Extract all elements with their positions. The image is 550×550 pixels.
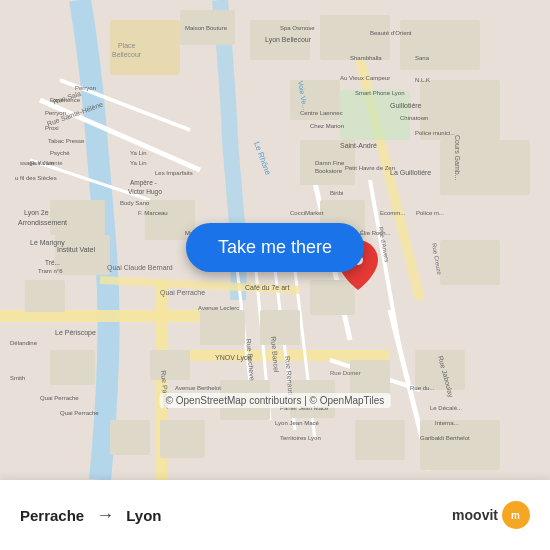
arrow-icon: → (96, 505, 114, 526)
svg-text:Perryon: Perryon (75, 85, 96, 91)
svg-text:Délandine: Délandine (10, 340, 38, 346)
svg-rect-38 (25, 280, 65, 312)
svg-text:Bookstore: Bookstore (315, 168, 343, 174)
svg-text:Avenue Berthelot: Avenue Berthelot (175, 385, 221, 391)
svg-text:Rue Domer: Rue Domer (330, 370, 361, 376)
svg-rect-39 (160, 420, 205, 458)
svg-text:Proxi: Proxi (45, 125, 59, 131)
svg-text:Spa Osmose: Spa Osmose (280, 25, 315, 31)
svg-text:Élie Roch...: Élie Roch... (360, 230, 391, 236)
svg-text:Quai Perrache: Quai Perrache (160, 289, 205, 297)
svg-text:Quai Claude Bernard: Quai Claude Bernard (107, 264, 173, 272)
svg-text:Centre Laennec: Centre Laennec (300, 110, 343, 116)
svg-text:Chinatown: Chinatown (400, 115, 428, 121)
svg-text:Quai Perrache: Quai Perrache (60, 410, 99, 416)
svg-text:Ampère -: Ampère - (130, 179, 157, 187)
destination-label: Lyon (126, 507, 161, 524)
svg-rect-46 (25, 195, 105, 220)
svg-text:Ya Lin: Ya Lin (130, 150, 147, 156)
take-me-there-button[interactable]: Take me there (186, 223, 364, 272)
svg-text:Body Sano: Body Sano (120, 200, 150, 206)
svg-rect-35 (440, 240, 500, 285)
svg-text:Lyon Jean Macé: Lyon Jean Macé (275, 420, 319, 426)
svg-text:Tram n°6: Tram n°6 (38, 268, 63, 274)
svg-text:Smart Phone Lyon: Smart Phone Lyon (355, 90, 404, 96)
svg-text:Shambhalla: Shambhalla (350, 55, 382, 61)
svg-text:Les Imparfaits: Les Imparfaits (155, 170, 193, 176)
svg-text:Institut Vatel: Institut Vatel (57, 246, 95, 253)
svg-rect-28 (200, 310, 245, 345)
svg-rect-36 (150, 350, 190, 380)
svg-text:Psyché: Psyché (50, 150, 70, 156)
svg-rect-33 (350, 360, 390, 396)
svg-text:Territoires Lyon: Territoires Lyon (280, 435, 321, 441)
svg-rect-19 (320, 15, 390, 60)
svg-text:Arrondissement: Arrondissement (18, 219, 67, 226)
svg-text:Victor Hugo: Victor Hugo (128, 188, 162, 196)
svg-text:Au Vieux Campeur: Au Vieux Campeur (340, 75, 390, 81)
svg-text:Ecomm...: Ecomm... (380, 210, 406, 216)
moovit-brand-icon: m (502, 501, 530, 529)
map-container: Rue Sainte-Hélène Rue Sala Rue Jarente C… (0, 0, 550, 480)
svg-text:Sana: Sana (415, 55, 430, 61)
svg-text:YNOV Lyon: YNOV Lyon (215, 354, 252, 362)
svg-text:Garibaldi Berthelot: Garibaldi Berthelot (420, 435, 470, 441)
svg-rect-41 (420, 420, 500, 470)
origin-label: Perrache (20, 507, 84, 524)
svg-text:Lyon Bellecour: Lyon Bellecour (265, 36, 312, 44)
svg-text:Cours Gamb...: Cours Gamb... (454, 135, 461, 181)
svg-rect-3 (170, 350, 390, 361)
svg-text:Saint-André: Saint-André (340, 142, 377, 149)
svg-rect-42 (110, 420, 150, 455)
svg-text:Maison Bouture: Maison Bouture (185, 25, 228, 31)
svg-text:Bellecour: Bellecour (112, 51, 142, 58)
svg-rect-20 (400, 20, 480, 70)
svg-text:Quai Perrache: Quai Perrache (40, 395, 79, 401)
svg-text:La Guillotiére: La Guillotiére (390, 169, 431, 176)
svg-text:Le Périscope: Le Périscope (55, 329, 96, 337)
svg-text:m: m (511, 510, 520, 521)
svg-text:Perryon: Perryon (45, 110, 66, 116)
svg-text:Tré...: Tré... (45, 259, 60, 266)
svg-text:Experience: Experience (50, 97, 81, 103)
bottom-bar: Perrache → Lyon moovit m (0, 480, 550, 550)
svg-text:Chez Marion: Chez Marion (310, 123, 344, 129)
svg-text:Smith: Smith (10, 375, 25, 381)
svg-rect-30 (310, 280, 355, 315)
svg-text:Café du 7e art: Café du 7e art (245, 284, 289, 291)
svg-text:Place: Place (118, 42, 136, 49)
moovit-logo: moovit m (452, 501, 530, 529)
svg-text:Rue du...: Rue du... (410, 385, 435, 391)
svg-text:u fil des Siècles: u fil des Siècles (15, 175, 57, 181)
svg-text:Biribi: Biribi (330, 190, 343, 196)
svg-text:F. Marceau: F. Marceau (138, 210, 168, 216)
svg-text:Petit Havre de Zen: Petit Havre de Zen (345, 165, 395, 171)
svg-rect-29 (260, 310, 300, 345)
svg-text:Police munici...: Police munici... (415, 130, 456, 136)
moovit-brand-text: moovit (452, 507, 498, 523)
map-copyright: © OpenStreetMap contributors | © OpenMap… (160, 393, 391, 408)
svg-text:Damn Fine: Damn Fine (315, 160, 345, 166)
svg-rect-37 (50, 350, 95, 385)
svg-text:Avenue Leclerc: Avenue Leclerc (198, 305, 239, 311)
svg-text:Guillotiére: Guillotiére (390, 102, 422, 109)
svg-text:Tabac Presse: Tabac Presse (48, 138, 85, 144)
svg-rect-40 (355, 420, 405, 460)
svg-text:CocciMarket: CocciMarket (290, 210, 324, 216)
svg-text:Interna...: Interna... (435, 420, 459, 426)
svg-text:Police m...: Police m... (416, 210, 444, 216)
svg-text:Lyon 2e: Lyon 2e (24, 209, 49, 217)
svg-text:Beauté d'Orient: Beauté d'Orient (370, 30, 412, 36)
svg-rect-24 (440, 140, 530, 195)
svg-text:ssage Ya Lin: ssage Ya Lin (20, 160, 54, 166)
svg-text:N.L.K: N.L.K (415, 77, 430, 83)
svg-text:Ya Lin: Ya Lin (130, 160, 147, 166)
svg-text:Le Décalé...: Le Décalé... (430, 405, 462, 411)
